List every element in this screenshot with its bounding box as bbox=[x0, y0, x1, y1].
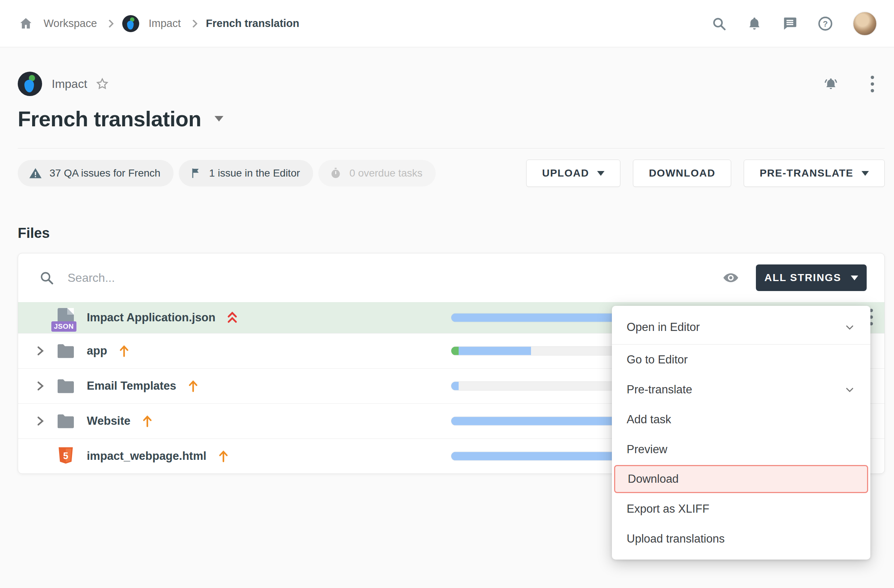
chevron-right-icon bbox=[105, 19, 114, 28]
menu-item-go-to-editor[interactable]: Go to Editor bbox=[612, 345, 870, 375]
stopwatch-icon bbox=[329, 167, 342, 180]
html-file-icon: 5 bbox=[55, 446, 76, 466]
star-favorite-icon[interactable] bbox=[95, 77, 109, 91]
download-button-label: DOWNLOAD bbox=[649, 167, 715, 179]
menu-item-label: Open in Editor bbox=[627, 320, 700, 334]
breadcrumb-project[interactable]: Impact bbox=[149, 17, 181, 30]
warning-triangle-icon bbox=[29, 166, 42, 180]
pre-translate-button-label: PRE-TRANSLATE bbox=[760, 167, 853, 179]
project-name: Impact bbox=[52, 77, 87, 91]
breadcrumb: Workspace Impact French translation bbox=[18, 15, 299, 32]
all-strings-filter-button[interactable]: ALL STRINGS bbox=[756, 265, 867, 291]
menu-item-open-in-editor[interactable]: Open in Editor bbox=[612, 310, 870, 344]
menu-item-label: Upload translations bbox=[627, 532, 725, 546]
search-input[interactable] bbox=[68, 271, 722, 285]
flag-icon bbox=[190, 167, 202, 179]
project-logo bbox=[18, 72, 42, 96]
chevron-down-icon bbox=[844, 384, 856, 396]
menu-item-label: Pre-translate bbox=[627, 383, 692, 396]
user-avatar[interactable] bbox=[853, 11, 877, 36]
menu-item-preview[interactable]: Preview bbox=[612, 434, 870, 464]
priority-high-icon bbox=[118, 343, 131, 358]
breadcrumb-workspace[interactable]: Workspace bbox=[44, 17, 97, 30]
expand-chevron-icon[interactable] bbox=[33, 415, 52, 427]
svg-text:5: 5 bbox=[63, 450, 68, 461]
file-name: impact_webpage.html bbox=[87, 449, 207, 463]
subscribe-bell-ring-icon[interactable] bbox=[823, 76, 839, 92]
search-icon bbox=[39, 270, 54, 286]
project-more-menu-icon[interactable] bbox=[865, 76, 880, 92]
download-button[interactable]: DOWNLOAD bbox=[633, 160, 731, 187]
folder-icon bbox=[55, 413, 76, 429]
breadcrumb-current-page: French translation bbox=[206, 17, 299, 30]
json-badge: JSON bbox=[51, 321, 76, 332]
folder-name: app bbox=[87, 344, 107, 358]
expand-chevron-icon[interactable] bbox=[33, 345, 52, 357]
file-name: Impact Application.json bbox=[87, 311, 216, 324]
folder-name: Email Templates bbox=[87, 379, 176, 393]
upload-button-label: UPLOAD bbox=[542, 167, 589, 179]
pre-translate-button[interactable]: PRE-TRANSLATE bbox=[744, 160, 885, 187]
chevron-right-icon bbox=[189, 19, 198, 28]
menu-item-label: Add task bbox=[627, 413, 671, 426]
expand-chevron-icon[interactable] bbox=[33, 380, 52, 392]
files-section-heading: Files bbox=[18, 225, 885, 241]
page-title: French translation bbox=[18, 106, 201, 131]
folder-icon bbox=[55, 378, 76, 394]
help-icon[interactable]: ? bbox=[817, 15, 834, 32]
menu-item-pre-translate[interactable]: Pre-translate bbox=[612, 375, 870, 404]
chevron-down-icon bbox=[844, 321, 856, 333]
priority-high-icon bbox=[141, 414, 154, 428]
all-strings-label: ALL STRINGS bbox=[764, 272, 841, 284]
chevron-down-icon bbox=[597, 171, 604, 176]
divider bbox=[18, 148, 885, 148]
notifications-bell-icon[interactable] bbox=[746, 15, 763, 32]
chevron-down-icon[interactable] bbox=[214, 116, 224, 121]
menu-item-label: Preview bbox=[627, 443, 667, 456]
search-icon[interactable] bbox=[711, 15, 727, 32]
priority-high-icon bbox=[186, 379, 200, 393]
menu-item-add-task[interactable]: Add task bbox=[612, 404, 870, 434]
priority-high-icon bbox=[217, 449, 230, 464]
menu-item-label: Download bbox=[628, 472, 679, 486]
chat-icon[interactable] bbox=[782, 15, 798, 32]
home-icon[interactable] bbox=[18, 15, 34, 32]
upload-button[interactable]: UPLOAD bbox=[526, 160, 621, 187]
qa-issues-label: 37 QA issues for French bbox=[50, 167, 160, 179]
eye-preview-icon[interactable] bbox=[722, 269, 740, 287]
top-navigation-bar: Workspace Impact French translation ? bbox=[0, 0, 894, 47]
folder-icon bbox=[55, 343, 76, 359]
editor-issues-label: 1 issue in the Editor bbox=[209, 167, 300, 179]
editor-issues-chip[interactable]: 1 issue in the Editor bbox=[179, 160, 313, 186]
menu-item-label: Export as XLIFF bbox=[627, 502, 709, 515]
menu-item-upload-translations[interactable]: Upload translations bbox=[612, 524, 870, 554]
overdue-tasks-chip[interactable]: 0 overdue tasks bbox=[318, 160, 436, 186]
chevron-down-icon bbox=[851, 275, 858, 280]
project-logo[interactable] bbox=[122, 15, 139, 32]
priority-highest-icon bbox=[226, 310, 239, 325]
overdue-tasks-label: 0 overdue tasks bbox=[349, 167, 423, 179]
files-search-row: ALL STRINGS bbox=[18, 253, 884, 302]
menu-item-export-as-xliff[interactable]: Export as XLIFF bbox=[612, 494, 870, 524]
menu-item-label: Go to Editor bbox=[627, 353, 687, 366]
svg-text:?: ? bbox=[823, 19, 828, 29]
file-context-menu: Open in Editor Go to Editor Pre-translat… bbox=[612, 306, 870, 559]
chevron-down-icon bbox=[861, 171, 869, 176]
folder-name: Website bbox=[87, 414, 130, 428]
qa-issues-chip[interactable]: 37 QA issues for French bbox=[18, 160, 174, 186]
menu-item-download[interactable]: Download bbox=[614, 465, 868, 493]
